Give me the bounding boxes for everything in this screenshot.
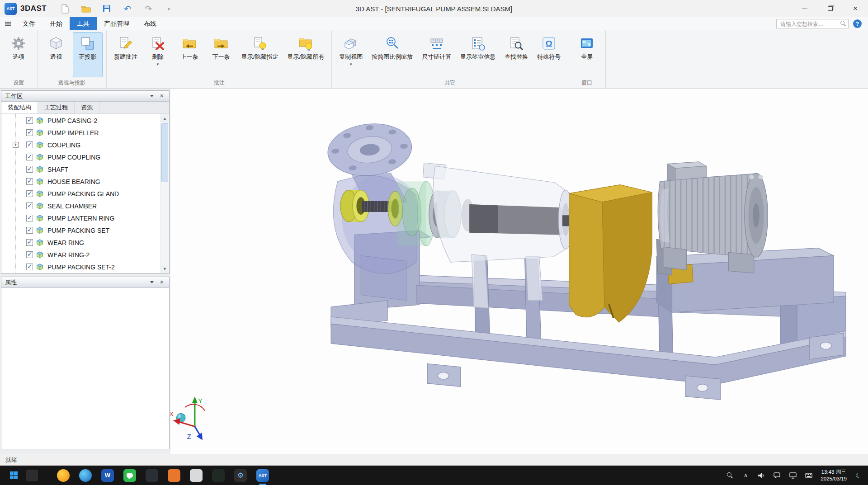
orthographic-button[interactable]: 正投影 (73, 32, 103, 77)
new-annotation-button[interactable]: 新建批注 (110, 32, 141, 77)
scale-by-diagram-button[interactable]: 按简图比例缩放 (368, 32, 416, 77)
delete-annotation-button[interactable]: 删除 ▼ (143, 32, 173, 77)
visibility-checkbox[interactable] (26, 129, 33, 136)
tab-process[interactable]: 工艺过程 (38, 102, 75, 113)
customize-toolbar-button[interactable]: ▸ (164, 4, 174, 14)
tree-item[interactable]: HOUSE BEARING (2, 175, 160, 188)
tree-item[interactable]: WEAR RING (2, 236, 160, 249)
show-hide-all-button[interactable]: 显示/隐藏所有 (284, 32, 328, 77)
visibility-checkbox[interactable] (26, 215, 33, 221)
part-name: PUMP IMPELLER (47, 129, 99, 137)
part-cube-icon (36, 166, 43, 173)
expand-node-button[interactable]: + (13, 142, 19, 148)
undo-button[interactable]: ↶ (123, 4, 132, 14)
approval-info-button[interactable]: 显示签审信息 (457, 32, 499, 77)
visibility-checkbox[interactable] (26, 141, 33, 148)
scrollbar-thumb[interactable] (161, 123, 168, 182)
tray-search-icon[interactable] (726, 471, 734, 480)
word-app-icon[interactable]: W (101, 469, 114, 482)
tray-keyboard-icon[interactable] (805, 471, 813, 480)
fullscreen-button[interactable]: 全屏 (572, 32, 602, 77)
save-button[interactable] (102, 4, 112, 14)
options-button[interactable]: 选项 (4, 32, 33, 77)
special-symbol-button[interactable]: Ω 特殊符号 (533, 32, 564, 77)
visibility-checkbox[interactable] (26, 166, 33, 173)
part-cube-icon (36, 239, 43, 246)
visibility-checkbox[interactable] (26, 251, 33, 258)
tab-routing[interactable]: 布线 (137, 17, 164, 30)
scroll-down-button[interactable]: ▼ (161, 265, 169, 273)
fullscreen-icon (579, 36, 594, 51)
start-button[interactable] (7, 469, 20, 482)
redo-button[interactable]: ↷ (143, 4, 153, 14)
panel-close-button[interactable]: ✕ (158, 279, 165, 286)
perspective-button[interactable]: 透视 (41, 32, 71, 77)
taskbar-widget-icon[interactable] (26, 470, 38, 481)
visibility-checkbox[interactable] (26, 227, 33, 234)
visibility-checkbox[interactable] (26, 154, 33, 160)
help-button[interactable]: ? (853, 19, 862, 28)
open-file-button[interactable] (81, 4, 91, 14)
tree-item[interactable]: PUMP PACKING GLAND (2, 188, 160, 200)
tree-item[interactable]: PUMP COUPLING (2, 151, 160, 163)
tray-chat-icon[interactable] (773, 471, 781, 480)
scroll-up-button[interactable]: ▲ (161, 114, 169, 122)
dropdown-caret-icon: ▼ (349, 63, 353, 66)
menu-file[interactable]: 文件 (15, 17, 42, 30)
night-mode-icon[interactable]: ☾ (854, 471, 863, 480)
tree-item[interactable]: WEAR RING-2 (2, 249, 160, 261)
browser-app-icon[interactable] (57, 469, 70, 482)
tree-scrollbar[interactable]: ▲ ▼ (160, 114, 169, 273)
panel-close-button[interactable]: ✕ (158, 93, 165, 100)
visibility-checkbox[interactable] (26, 202, 33, 209)
tab-tools[interactable]: 工具 (70, 17, 97, 30)
3d-viewport[interactable]: Y X Z (170, 89, 868, 454)
visibility-checkbox[interactable] (26, 178, 33, 185)
next-annotation-button[interactable]: 下一条 (206, 32, 236, 77)
terminal-app-icon[interactable] (212, 469, 225, 482)
dark-app-icon[interactable] (146, 469, 158, 482)
previous-annotation-button[interactable]: 上一条 (175, 32, 204, 77)
tree-item[interactable]: PUMP IMPELLER (2, 127, 160, 139)
show-hide-specified-button[interactable]: 显示/隐藏指定 (238, 32, 282, 77)
copy-view-button[interactable]: 复制视图 ▼ (335, 32, 366, 77)
tree-item[interactable]: PUMP PACKING SET (2, 224, 160, 236)
settings-app-icon[interactable]: ⚙ (234, 469, 247, 482)
maximize-restore-button[interactable] (817, 0, 843, 17)
search-icon[interactable] (840, 21, 846, 27)
panel-collapse-button[interactable] (148, 93, 156, 100)
tree-item[interactable]: SHAFT (2, 163, 160, 175)
properties-panel: 属性 ✕ (1, 277, 170, 449)
panel-collapse-button[interactable] (148, 279, 156, 286)
edge-browser-app-icon[interactable] (79, 469, 92, 482)
find-replace-button[interactable]: 查找替换 (501, 32, 532, 77)
tree-item[interactable]: + COUPLING (2, 139, 160, 151)
ast-app-icon[interactable]: AST (256, 469, 269, 482)
tray-volume-icon[interactable] (757, 471, 765, 480)
visibility-checkbox[interactable] (26, 117, 33, 124)
dimension-chain-button[interactable]: 尺寸链计算 (418, 32, 455, 77)
orange-app-icon[interactable] (168, 469, 180, 482)
tab-resources[interactable]: 资源 (75, 102, 99, 113)
tree-item[interactable]: PUMP CASING-2 (2, 114, 160, 127)
tree-item[interactable]: PUMP PACKING SET-2 (2, 261, 160, 273)
tab-product-management[interactable]: 产品管理 (97, 17, 137, 30)
tab-start[interactable]: 开始 (42, 17, 70, 30)
main-menu-button[interactable] (0, 24, 15, 24)
wechat-app-icon[interactable] (123, 469, 136, 482)
tab-assembly-structure[interactable]: 装配结构 (1, 102, 38, 113)
visibility-checkbox[interactable] (26, 264, 33, 270)
minimize-button[interactable] (792, 0, 817, 17)
show-hide-specified-icon (252, 36, 268, 51)
light-app-icon[interactable] (190, 469, 203, 482)
search-input[interactable] (776, 19, 849, 28)
clock[interactable]: 13:43 周三 2025/03/19 (821, 469, 847, 482)
visibility-checkbox[interactable] (26, 190, 33, 197)
tray-display-icon[interactable] (789, 471, 797, 480)
new-document-button[interactable] (60, 4, 70, 14)
close-button[interactable]: × (843, 0, 868, 17)
tree-item[interactable]: PUMP LANTERN RING (2, 212, 160, 224)
tree-item[interactable]: SEAL CHAMBER (2, 200, 160, 212)
visibility-checkbox[interactable] (26, 239, 33, 246)
tray-chevron-up-icon[interactable]: ∧ (741, 471, 750, 480)
